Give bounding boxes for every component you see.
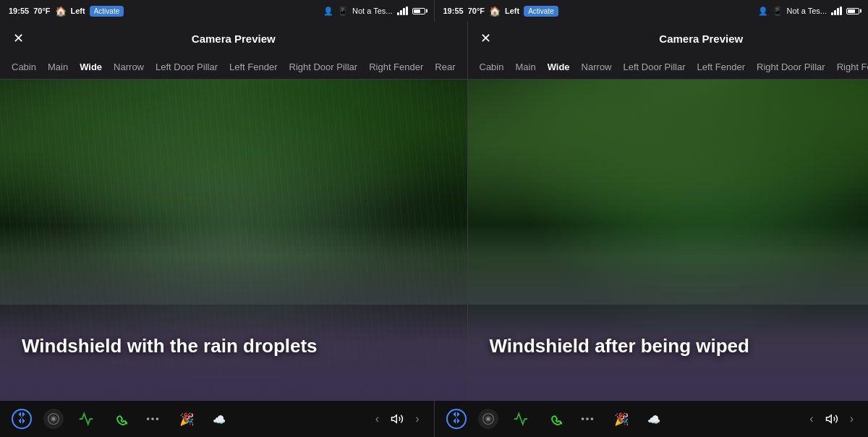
bluetooth-icon[interactable] (12, 409, 32, 429)
left-panel-header: ✕ Camera Preview (0, 22, 467, 55)
activity-icon-2[interactable] (510, 408, 532, 430)
right-camera-panel: ✕ Camera Preview Cabin Main Wide Narrow … (467, 22, 869, 401)
activate-button-2[interactable]: Activate (524, 6, 558, 17)
svg-text:☁️: ☁️ (213, 413, 226, 426)
svg-point-13 (586, 417, 589, 420)
next-chevron-2[interactable]: › (847, 412, 856, 425)
taskbar-right-left-icons: 🎉 ☁️ (446, 408, 665, 430)
svg-point-11 (486, 417, 490, 421)
time-display-2: 19:55 (443, 7, 464, 15)
left-tab-main[interactable]: Main (43, 59, 72, 75)
home-icon: 🏠 (55, 6, 67, 17)
svg-marker-8 (392, 415, 397, 423)
location-label: Left (71, 7, 85, 15)
right-camera-feed: Windshield after being wiped (468, 80, 869, 401)
left-tab-left-fender[interactable]: Left Fender (225, 59, 282, 75)
svg-text:🎉: 🎉 (179, 412, 194, 427)
svg-point-3 (147, 417, 150, 420)
volume-icon-2[interactable] (825, 412, 838, 425)
left-camera-panel: ✕ Camera Preview Cabin Main Wide Narrow … (0, 22, 467, 401)
svg-point-4 (151, 417, 154, 420)
volume-control-2 (825, 412, 838, 425)
right-car-hood (468, 256, 869, 401)
temperature-display-2: 70°F (468, 7, 485, 15)
home-icon-2: 🏠 (489, 6, 501, 17)
svg-point-12 (581, 417, 584, 420)
volume-icon[interactable] (391, 412, 404, 425)
activity-icon[interactable] (75, 408, 97, 430)
right-close-button[interactable]: ✕ (478, 30, 494, 46)
svg-text:☁️: ☁️ (647, 413, 660, 426)
taskbar-right-icons: ‹ › (373, 412, 422, 425)
right-panel-title: Camera Preview (659, 33, 743, 45)
phone-icon[interactable] (109, 408, 130, 430)
left-close-button[interactable]: ✕ (10, 30, 26, 46)
left-camera-tabs: Cabin Main Wide Narrow Left Door Pillar … (0, 55, 467, 80)
right-tab-narrow[interactable]: Narrow (577, 59, 616, 75)
weather-icon-2[interactable]: ☁️ (643, 408, 665, 430)
left-tab-right-fender[interactable]: Right Fender (365, 59, 427, 75)
taskbar-right-right-icons: ‹ › (807, 412, 856, 425)
status-right-group-2: 👤 📱 Not a Tes... (758, 7, 859, 16)
left-car-hood (0, 256, 467, 401)
volume-control (391, 412, 404, 425)
apps-icon-2[interactable]: 🎉 (610, 408, 631, 430)
time-display: 19:55 (9, 7, 29, 15)
right-tab-wide[interactable]: Wide (543, 59, 574, 75)
weather-icon[interactable]: ☁️ (208, 408, 230, 430)
next-chevron[interactable]: › (412, 412, 422, 425)
right-tab-left-door-pillar[interactable]: Left Door Pillar (619, 59, 690, 75)
more-dots-icon[interactable] (142, 408, 163, 430)
temperature-display: 70°F (33, 7, 50, 15)
prev-chevron[interactable]: ‹ (373, 412, 382, 425)
signal-icon (397, 7, 408, 15)
prev-chevron-2[interactable]: ‹ (807, 412, 816, 425)
left-tab-left-door-pillar[interactable]: Left Door Pillar (151, 59, 222, 75)
left-panel-title: Camera Preview (192, 33, 276, 45)
panels-container: ✕ Camera Preview Cabin Main Wide Narrow … (0, 22, 868, 401)
profile-label: Not a Tes... (352, 7, 392, 15)
right-tab-main[interactable]: Main (511, 59, 540, 75)
sim-icon-2: 📱 (773, 7, 783, 16)
apps-icon[interactable]: 🎉 (175, 408, 197, 430)
svg-point-2 (52, 417, 56, 421)
status-bar-left: 19:55 70°F 🏠 Left Activate 👤 📱 Not a Tes… (0, 0, 434, 22)
svg-marker-17 (826, 415, 831, 423)
camera-dot-icon-2[interactable] (478, 409, 498, 429)
right-panel-header: ✕ Camera Preview (468, 22, 869, 55)
camera-dot-icon[interactable] (43, 409, 64, 429)
left-tab-narrow[interactable]: Narrow (109, 59, 148, 75)
profile-label-2: Not a Tes... (787, 7, 827, 15)
taskbar-left-icons: 🎉 ☁️ (12, 408, 230, 430)
right-tab-right-door-pillar[interactable]: Right Door Pillar (752, 59, 830, 75)
left-tab-rear[interactable]: Rear (430, 59, 459, 75)
right-caption: Windshield after being wiped (490, 334, 869, 358)
battery-icon-2 (846, 8, 859, 14)
left-tab-cabin[interactable]: Cabin (7, 59, 41, 75)
signal-icon-2 (831, 7, 842, 15)
taskbar-right: 🎉 ☁️ ‹ › (434, 401, 869, 437)
svg-point-5 (156, 417, 159, 420)
right-tab-cabin[interactable]: Cabin (475, 59, 509, 75)
activate-button[interactable]: Activate (90, 6, 124, 17)
taskbar-left: 🎉 ☁️ ‹ › (0, 401, 434, 437)
left-tab-wide[interactable]: Wide (75, 59, 106, 75)
left-camera-feed: Windshield with the rain droplets (0, 80, 467, 401)
phone-icon-2[interactable] (543, 408, 565, 430)
svg-point-14 (590, 417, 593, 420)
profile-icon-2: 👤 (758, 7, 768, 16)
bluetooth-icon-2[interactable] (446, 409, 467, 429)
status-left-group: 19:55 70°F 🏠 Left Activate (9, 6, 124, 17)
location-label-2: Left (505, 7, 519, 15)
left-tab-right-door-pillar[interactable]: Right Door Pillar (285, 59, 362, 75)
sim-icon: 📱 (338, 7, 348, 16)
taskbar: 🎉 ☁️ ‹ › (0, 401, 868, 437)
right-camera-tabs: Cabin Main Wide Narrow Left Door Pillar … (468, 55, 869, 80)
status-bar: 19:55 70°F 🏠 Left Activate 👤 📱 Not a Tes… (0, 0, 868, 22)
battery-icon (412, 8, 425, 14)
status-bar-right: 19:55 70°F 🏠 Left Activate 👤 📱 Not a Tes… (434, 0, 869, 22)
profile-icon: 👤 (323, 7, 333, 16)
more-dots-icon-2[interactable] (576, 408, 598, 430)
right-tab-left-fender[interactable]: Left Fender (693, 59, 750, 75)
right-tab-right-fender[interactable]: Right Fender (833, 59, 868, 75)
